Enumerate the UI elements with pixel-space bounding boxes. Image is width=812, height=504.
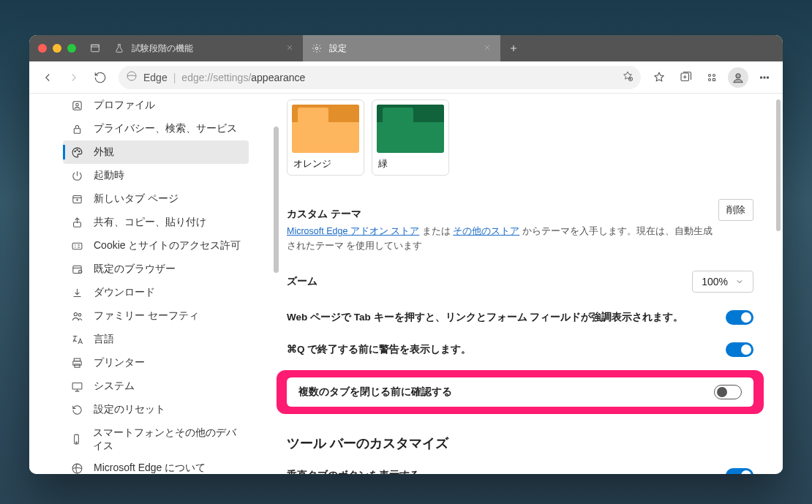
sidebar-item-label: プライバシー、検索、サービス [94,122,237,135]
theme-green[interactable]: 緑 [372,99,449,176]
sidebar-item-label: 外観 [94,146,114,159]
sidebar-item-cookies[interactable]: Cookie とサイトのアクセス許可 [63,234,249,257]
profile-button[interactable] [726,65,751,90]
extensions-button[interactable] [699,65,724,90]
sidebar-item-appearance[interactable]: 外観 [63,140,249,164]
sidebar-item-language[interactable]: 言語 [63,328,249,351]
url-text: edge://settings/appearance [181,72,305,83]
svg-point-24 [74,312,77,315]
close-tab-button[interactable] [483,43,492,54]
svg-point-6 [709,74,711,76]
back-button[interactable] [35,65,60,90]
zoom-select[interactable]: 100% [692,271,753,293]
sidebar-item-phone[interactable]: スマートフォンとその他のデバイス [63,421,249,456]
vertical-tabs-label: 垂直タブのボタンを表示する [287,469,420,474]
window-controls [29,35,85,61]
tab-settings[interactable]: 設定 [303,35,500,61]
svg-rect-21 [72,243,82,249]
theme-row: オレンジ 緑 [287,99,753,176]
addon-store-link[interactable]: Microsoft Edge アドオン ストア [287,226,419,236]
more-menu-button[interactable] [752,65,777,90]
tabkey-highlight-toggle[interactable] [726,310,753,325]
main-scrollbar-thumb[interactable] [776,99,781,231]
new-tab-button[interactable] [500,35,527,61]
svg-point-18 [78,151,79,151]
power-icon [70,170,83,182]
gear-icon [312,43,322,53]
address-field[interactable]: Edge | edge://settings/appearance [119,66,641,89]
svg-point-12 [767,76,768,78]
close-tabs-confirm-label: 複数のタブを閉じる前に確認する [298,385,452,399]
sidebar-item-share[interactable]: 共有、コピー、貼り付け [63,211,249,234]
profile-icon [70,99,83,112]
delete-theme-button[interactable]: 削除 [718,199,753,221]
theme-orange[interactable]: オレンジ [287,99,364,176]
sidebar-item-label: プロファイル [94,99,155,112]
forward-button[interactable] [61,65,86,90]
phone-icon [70,433,83,445]
sidebar-item-privacy[interactable]: プライバシー、検索、サービス [63,117,249,140]
maximize-window-button[interactable] [67,44,76,53]
close-tab-button[interactable] [285,43,294,54]
collections-button[interactable] [673,65,698,90]
svg-rect-28 [74,364,79,366]
tab-label: 設定 [329,42,347,55]
sidebar-item-reset[interactable]: 設定のリセット [63,398,249,421]
tab-experiments[interactable]: 試験段階の機能 [105,35,303,61]
default-browser-icon [70,263,83,276]
tab-label: 試験段階の機能 [132,42,193,55]
newtab-icon [70,193,83,206]
zoom-value: 100% [702,276,728,287]
highlight-annotation: 複数のタブを閉じる前に確認する [277,370,764,414]
download-icon [70,287,83,299]
svg-rect-15 [74,128,80,132]
svg-point-16 [74,151,75,151]
window-icon [85,35,105,61]
vertical-tabs-toggle[interactable] [726,468,753,474]
sidebar-item-about[interactable]: Microsoft Edge について [63,456,249,474]
svg-point-17 [76,149,77,150]
sidebar-item-label: プリンター [94,356,145,369]
reload-button[interactable] [88,65,113,90]
sidebar-item-startup[interactable]: 起動時 [63,164,249,187]
sidebar-item-printers[interactable]: プリンター [63,351,249,375]
theme-swatch [377,105,444,153]
other-store-link[interactable]: その他のストア [453,226,519,236]
lock-icon [70,123,83,135]
content-area: プロファイル プライバシー、検索、サービス 外観 起動時 新しいタブ ページ 共… [29,94,783,474]
flask-icon [114,43,124,53]
settings-main: オレンジ 緑 カスタム テーマ Microsoft Edge アドオン ストア … [249,94,783,474]
printer-icon [70,357,83,369]
toolbar-customize-heading: ツール バーのカスタマイズ [287,435,753,452]
address-bar: Edge | edge://settings/appearance [29,61,783,94]
sidebar-item-newtab[interactable]: 新しいタブ ページ [63,187,249,211]
sidebar-item-label: 言語 [94,333,114,346]
custom-theme-heading: カスタム テーマ [287,208,718,221]
sidebar-item-label: 設定のリセット [94,403,165,416]
sidebar-item-label: ダウンロード [94,286,155,299]
quit-warning-toggle[interactable] [726,342,753,357]
add-favorite-icon[interactable] [622,70,634,84]
svg-point-14 [75,103,78,106]
svg-point-9 [736,73,740,78]
cookies-icon [70,240,83,252]
sidebar-item-label: スマートフォンとその他のデバイス [93,426,241,452]
sidebar-item-family[interactable]: ファミリー セーフティ [63,304,249,328]
svg-point-7 [713,74,715,76]
favorites-button[interactable] [647,65,672,90]
close-tabs-confirm-toggle[interactable] [714,385,742,399]
close-window-button[interactable] [38,44,47,53]
sidebar-item-label: ファミリー セーフティ [94,309,199,323]
separator: | [173,72,176,83]
reset-icon [70,404,83,416]
svg-point-31 [76,442,77,443]
sidebar-item-downloads[interactable]: ダウンロード [63,281,249,304]
browser-window: 試験段階の機能 設定 [29,35,783,474]
sidebar-item-system[interactable]: システム [63,375,249,398]
edge-icon [70,462,83,474]
sidebar-item-profile[interactable]: プロファイル [63,94,249,117]
sidebar-item-default[interactable]: 既定のブラウザー [63,257,249,281]
minimize-window-button[interactable] [53,44,61,53]
share-icon [70,217,83,229]
svg-point-11 [764,76,765,78]
